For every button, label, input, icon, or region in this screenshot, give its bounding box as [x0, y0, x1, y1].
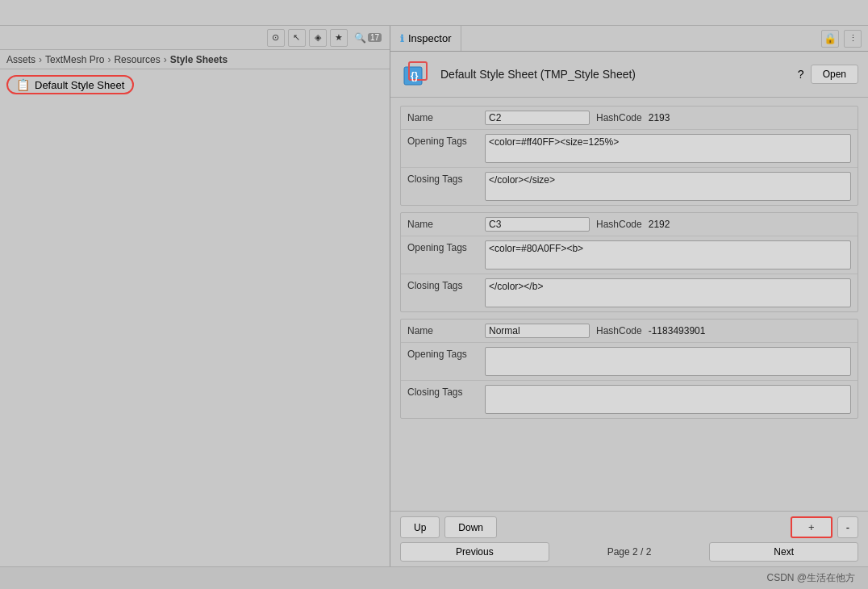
name-field-2: HashCode -1183493901	[485, 324, 851, 338]
top-toolbar	[0, 0, 868, 26]
style-block-0: Name HashCode 2193 Opening Tags <color=#…	[400, 106, 858, 206]
name-input-1[interactable]	[485, 217, 590, 232]
right-panel: ℹ Inspector 🔒 ⋮ {}	[390, 26, 868, 566]
help-icon[interactable]: ?	[798, 68, 804, 81]
bottom-row2: Previous Page 2 / 2 Next	[400, 542, 858, 562]
closing-textarea-0[interactable]: </color></size>	[485, 172, 851, 201]
name-field-0: HashCode 2193	[485, 111, 851, 125]
closing-textarea-1[interactable]: </color></b>	[485, 278, 851, 307]
file-list: 📋 Default Style Sheet	[0, 69, 390, 566]
star-icon: ★	[335, 32, 343, 43]
opening-textarea-2[interactable]	[485, 347, 851, 376]
hashcode-value-2: -1183493901	[649, 325, 706, 336]
main-layout: ⊙ ↖ ◈ ★ 🔍 17 Assets › TextMesh Pro › Res…	[0, 26, 868, 566]
breadcrumb-resources[interactable]: Resources	[114, 54, 160, 65]
inspector-tab-label: Inspector	[408, 32, 451, 44]
toolbar-tag-btn[interactable]: ◈	[309, 29, 327, 47]
name-field-1: HashCode 2192	[485, 217, 851, 232]
eye-icon: ⊙	[272, 32, 279, 43]
inspector-content: Name HashCode 2193 Opening Tags <color=#…	[390, 98, 868, 511]
opening-textarea-1[interactable]: <color=#80A0FF><b>	[485, 240, 851, 269]
style-row-closing-0: Closing Tags </color></size>	[401, 168, 858, 205]
left-panel: ⊙ ↖ ◈ ★ 🔍 17 Assets › TextMesh Pro › Res…	[0, 26, 390, 566]
opening-label-0: Opening Tags	[407, 134, 480, 147]
file-item-default-style-sheet[interactable]: 📋 Default Style Sheet	[0, 73, 390, 97]
style-row-opening-2: Opening Tags	[401, 343, 858, 381]
lock-icon: 🔒	[824, 32, 837, 44]
style-row-name-2: Name HashCode -1183493901	[401, 320, 858, 343]
hashcode-value-1: 2192	[649, 219, 670, 230]
style-block-2: Name HashCode -1183493901 Opening Tags C…	[400, 319, 858, 419]
file-item-label: Default Style Sheet	[35, 79, 124, 91]
breadcrumb-textmesh[interactable]: TextMesh Pro	[45, 54, 104, 65]
tag-icon: ◈	[315, 32, 321, 43]
toolbar-layers-btn[interactable]: 🔍 17	[351, 31, 385, 45]
next-button[interactable]: Next	[709, 542, 858, 562]
layers-badge: 17	[368, 33, 382, 42]
closing-label-2: Closing Tags	[407, 385, 480, 398]
menu-icon: ⋮	[849, 33, 858, 44]
closing-textarea-2[interactable]	[485, 385, 851, 414]
opening-field-1: <color=#80A0FF><b>	[485, 240, 851, 269]
asset-title: Default Style Sheet (TMP_Style Sheet)	[440, 68, 790, 81]
hashcode-label-2: HashCode	[596, 325, 642, 336]
name-label-2: Name	[407, 324, 480, 336]
name-label-0: Name	[407, 111, 480, 123]
up-button[interactable]: Up	[400, 516, 440, 538]
left-toolbar: ⊙ ↖ ◈ ★ 🔍 17	[0, 26, 390, 50]
inspector-menu-btn[interactable]: ⋮	[844, 30, 862, 48]
down-button[interactable]: Down	[444, 516, 497, 538]
info-icon: ℹ	[400, 33, 404, 44]
remove-button[interactable]: -	[837, 516, 858, 538]
breadcrumb-assets[interactable]: Assets	[6, 54, 35, 65]
opening-field-0: <color=#ff40FF><size=125%>	[485, 134, 851, 163]
breadcrumb-stylesheets[interactable]: Style Sheets	[170, 54, 227, 65]
hashcode-label-0: HashCode	[596, 112, 642, 123]
toolbar-pointer-btn[interactable]: ↖	[288, 29, 306, 47]
bottom-toolbar: Up Down + - Previous Page 2 / 2 Next	[390, 511, 868, 566]
closing-field-0: </color></size>	[485, 172, 851, 201]
hashcode-label-1: HashCode	[596, 219, 642, 230]
add-button[interactable]: +	[791, 516, 833, 538]
name-input-2[interactable]	[485, 324, 590, 338]
footer: CSDN @生活在他方	[0, 566, 868, 589]
closing-field-1: </color></b>	[485, 278, 851, 307]
hashcode-value-0: 2193	[649, 112, 670, 123]
style-row-name-1: Name HashCode 2192	[401, 213, 858, 236]
pointer-icon: ↖	[293, 32, 300, 43]
toolbar-eye-btn[interactable]: ⊙	[267, 29, 285, 47]
inspector-tab[interactable]: ℹ Inspector	[390, 26, 461, 51]
style-row-closing-1: Closing Tags </color></b>	[401, 274, 858, 311]
file-item-highlight: 📋 Default Style Sheet	[6, 75, 134, 94]
watermark: CSDN @生活在他方	[766, 571, 855, 585]
style-row-opening-0: Opening Tags <color=#ff40FF><size=125%>	[401, 130, 858, 168]
opening-label-2: Opening Tags	[407, 347, 480, 360]
cube-svg: {}	[401, 59, 432, 90]
tab-controls: 🔒 ⋮	[821, 30, 868, 48]
bottom-row1: Up Down + -	[400, 516, 858, 538]
open-button[interactable]: Open	[811, 65, 858, 84]
opening-textarea-0[interactable]: <color=#ff40FF><size=125%>	[485, 134, 851, 163]
opening-field-2	[485, 347, 851, 376]
style-block-1: Name HashCode 2192 Opening Tags <color=#…	[400, 212, 858, 312]
style-row-opening-1: Opening Tags <color=#80A0FF><b>	[401, 236, 858, 274]
style-row-closing-2: Closing Tags	[401, 381, 858, 418]
name-label-1: Name	[407, 217, 480, 230]
closing-label-0: Closing Tags	[407, 172, 480, 185]
asset-icon: {}	[400, 58, 432, 90]
inspector-header: {} Default Style Sheet (TMP_Style Sheet)…	[390, 52, 868, 98]
closing-label-1: Closing Tags	[407, 278, 480, 291]
closing-field-2	[485, 385, 851, 414]
file-icon: 📋	[16, 78, 30, 91]
svg-text:{}: {}	[411, 70, 419, 81]
opening-label-1: Opening Tags	[407, 240, 480, 253]
style-row-name-0: Name HashCode 2193	[401, 107, 858, 130]
name-input-0[interactable]	[485, 111, 590, 125]
layers-icon: 🔍	[354, 32, 366, 44]
inspector-tab-bar: ℹ Inspector 🔒 ⋮	[390, 26, 868, 52]
toolbar-star-btn[interactable]: ★	[330, 29, 348, 47]
page-info: Page 2 / 2	[556, 546, 703, 558]
inspector-lock-btn[interactable]: 🔒	[821, 30, 839, 48]
previous-button[interactable]: Previous	[400, 542, 549, 562]
breadcrumb: Assets › TextMesh Pro › Resources › Styl…	[0, 50, 390, 69]
